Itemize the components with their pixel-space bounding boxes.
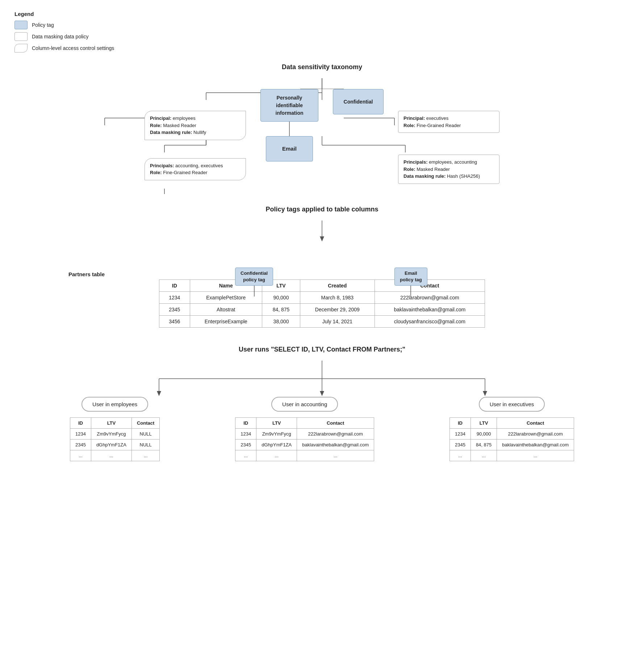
policy-tags-title: Policy tags applied to table columns: [14, 206, 630, 213]
accounting-principals-label: Principals:: [150, 163, 175, 168]
header-created: Created: [300, 279, 375, 291]
employees-result: User in employees ID LTV Contact 1234Zm9…: [70, 397, 160, 461]
table-row: .........: [235, 450, 374, 461]
accounting-user-label: User in accounting: [271, 397, 338, 412]
email-policy-tag-container: Emailpolicy tag: [394, 268, 427, 297]
svg-marker-31: [320, 391, 324, 396]
confidential-node: Confidential: [333, 89, 384, 114]
table-cell: ...: [497, 450, 574, 461]
executives-principal-value: executives: [426, 115, 448, 121]
acc-header-id: ID: [235, 417, 256, 428]
accounting-role-label: Role:: [150, 170, 163, 175]
table-cell: NULL: [131, 428, 159, 439]
table-row: 3456EnterpriseExample38,000July 14, 2021…: [159, 315, 485, 327]
table-cell: dGhpYmF1ZA: [91, 439, 131, 450]
right-policies: Principal: executives Role: Fine-Grained…: [398, 111, 499, 184]
table-cell: ...: [235, 450, 256, 461]
table-cell: 222larabrown@gmail.com: [375, 291, 485, 303]
table-cell: baklavainthebalkan@gmail.com: [375, 303, 485, 315]
header-id: ID: [159, 279, 190, 291]
table-cell: 84, 875: [262, 303, 300, 315]
partners-table-label: Partners table: [68, 271, 576, 277]
hash-masking-value: Hash (SHA256): [447, 173, 480, 179]
confidential-policy-tag-container: Confidentialpolicy tag: [235, 268, 273, 297]
taxonomy-diagram: Principal: employees Role: Masked Reader…: [32, 78, 612, 184]
accounting-result: User in accounting ID LTV Contact 1234Zm…: [235, 397, 374, 461]
policy-tag-icon: [14, 21, 28, 29]
pii-node: Personally identifiable information: [260, 89, 318, 122]
partners-table: ID Name LTV Created Contact 1234ExampleP…: [159, 279, 485, 328]
legend-label-policy-tag: Policy tag: [32, 22, 54, 28]
accounting-result-table: ID LTV Contact 1234Zm9vYmFycg222larabrow…: [235, 417, 374, 461]
executives-role-value: Fine-Grained Reader: [417, 123, 461, 128]
employees-principal-label: Principal:: [150, 115, 173, 121]
hash-principals-label: Principals:: [403, 159, 429, 165]
table-cell: 2345: [235, 439, 256, 450]
partners-table-wrapper: Partners table ID Name LTV Created Conta…: [68, 271, 576, 328]
acc-header-ltv: LTV: [256, 417, 297, 428]
executives-result: User in executives ID LTV Contact 123490…: [449, 397, 574, 461]
top-connector-svg: [286, 78, 358, 89]
column-access-icon: [14, 44, 28, 52]
table-cell: ...: [131, 450, 159, 461]
svg-marker-29: [157, 391, 161, 396]
table-cell: baklavainthebalkan@gmail.com: [297, 439, 374, 450]
email-node: Email: [266, 136, 313, 161]
table-cell: 90,000: [471, 428, 497, 439]
email-policy-tag: Emailpolicy tag: [394, 268, 427, 286]
table-cell: Zm9vYmFycg: [91, 428, 131, 439]
table-cell: ...: [256, 450, 297, 461]
confidential-cluster: Confidential: [333, 89, 384, 114]
table-cell: December 29, 2009: [300, 303, 375, 315]
emp-header-contact: Contact: [131, 417, 159, 428]
table-cell: 38,000: [262, 315, 300, 327]
table-row: 234584, 875baklavainthebalkan@gmail.com: [449, 439, 574, 450]
employees-masking-label: Data masking rule:: [150, 130, 193, 135]
table-row: 123490,000222larabrown@gmail.com: [449, 428, 574, 439]
table-cell: EnterpriseExample: [190, 315, 262, 327]
executives-role-label: Role:: [403, 123, 417, 128]
hash-masking-label: Data masking rule:: [403, 173, 447, 179]
emp-header-id: ID: [70, 417, 91, 428]
table-row: 1234ExamplePetStore90,000March 8, 198322…: [159, 291, 485, 303]
svg-marker-23: [320, 236, 324, 241]
table-row: 2345dGhpYmF1ZANULL: [70, 439, 159, 450]
table-row: .........: [449, 450, 574, 461]
executives-result-table: ID LTV Contact 123490,000222larabrown@gm…: [449, 417, 574, 461]
legend-item-data-masking: Data masking data policy: [14, 32, 630, 41]
table-cell: 1234: [70, 428, 91, 439]
pii-to-email-svg: [289, 122, 290, 136]
arrow-down-1: [14, 220, 630, 242]
pii-label: Personally identifiable information: [266, 94, 313, 117]
table-cell: baklavainthebalkan@gmail.com: [497, 439, 574, 450]
table-cell: 222larabrown@gmail.com: [297, 428, 374, 439]
legend-title: Legend: [14, 11, 630, 17]
employees-result-table: ID LTV Contact 1234Zm9vYmFycgNULL2345dGh…: [70, 417, 160, 461]
confidential-label: Confidential: [344, 98, 373, 106]
header-contact: Contact: [375, 279, 485, 291]
table-cell: ...: [91, 450, 131, 461]
table-cell: 2345: [70, 439, 91, 450]
table-row: 2345Altostrat84, 875December 29, 2009bak…: [159, 303, 485, 315]
exec-header-contact: Contact: [497, 417, 574, 428]
accounting-role-value: Fine-Grained Reader: [163, 170, 207, 175]
hash-principals-value: employees, accounting: [429, 159, 477, 165]
employees-header-row: ID LTV Contact: [70, 417, 159, 428]
exec-header-ltv: LTV: [471, 417, 497, 428]
legend-item-column-access: Column-level access control settings: [14, 44, 630, 52]
employees-role-label: Role:: [150, 123, 163, 128]
arrow-down-svg-1: [318, 220, 326, 242]
table-cell: 2345: [449, 439, 471, 450]
executives-principal-label: Principal:: [403, 115, 426, 121]
hash-role-label: Role:: [403, 167, 417, 172]
table-row: .........: [70, 450, 159, 461]
executives-user-label: User in executives: [479, 397, 545, 412]
table-cell: 222larabrown@gmail.com: [497, 428, 574, 439]
acc-header-contact: Contact: [297, 417, 374, 428]
taxonomy-title: Data sensitivity taxonomy: [14, 63, 630, 71]
table-cell: Altostrat: [190, 303, 262, 315]
table-cell: NULL: [131, 439, 159, 450]
legend: Legend Policy tag Data masking data poli…: [14, 11, 630, 52]
branch-arrows-svg: [105, 361, 539, 397]
table-cell: July 14, 2021: [300, 315, 375, 327]
